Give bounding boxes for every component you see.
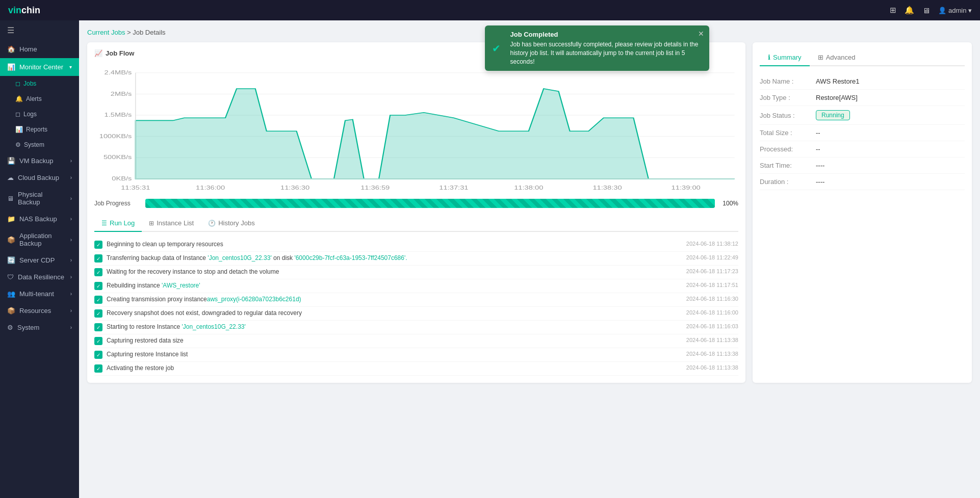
log-link-proxy[interactable]: aws_proxy(i-06280a7023b6c261d) [207, 296, 301, 303]
sidebar-item-vm-backup[interactable]: 💾 VM Backup › [0, 152, 79, 169]
log-time: 2024-06-18 11:16:00 [681, 309, 738, 316]
sidebar-sub-item-system[interactable]: ⚙ System [0, 137, 79, 152]
processed-label: Processed: [760, 145, 816, 153]
sidebar-item-system-main[interactable]: ⚙ System › [0, 319, 79, 336]
log-entry: ✓ Activating the restore job 2024-06-18 … [94, 362, 738, 376]
log-text: Capturing restored data size [107, 337, 677, 344]
sidebar-item-resources[interactable]: 📦 Resources › [0, 302, 79, 319]
sidebar-item-multi-tenant[interactable]: 👥 Multi-tenant › [0, 285, 79, 302]
svg-text:11:36:30: 11:36:30 [280, 185, 310, 191]
system-icon: ⚙ [7, 324, 13, 331]
svg-text:11:36:59: 11:36:59 [360, 185, 390, 191]
advanced-icon: ⊞ [818, 54, 823, 61]
tab-instance-list[interactable]: ⊞ Instance List [142, 215, 201, 232]
log-check-icon: ✓ [94, 296, 102, 304]
sidebar-sub-item-logs[interactable]: ◻ Logs [0, 107, 79, 122]
notification-close-button[interactable]: ✕ [698, 30, 704, 38]
log-time: 2024-06-18 11:13:38 [681, 364, 738, 371]
job-flow-icon: 📈 [94, 49, 102, 57]
log-entry: ✓ Transferring backup data of Instance '… [94, 252, 738, 266]
sidebar-item-application-backup[interactable]: 📦 Application Backup › [0, 227, 79, 252]
right-tab-advanced[interactable]: ⊞ Advanced [810, 49, 864, 66]
log-time: 2024-06-18 11:13:38 [681, 351, 738, 357]
log-entry: ✓ Capturing restore Instance list 2024-0… [94, 348, 738, 362]
log-check-icon: ✓ [94, 323, 102, 331]
log-link-aws-restore[interactable]: 'AWS_restore' [162, 282, 200, 289]
svg-text:11:36:00: 11:36:00 [196, 185, 225, 191]
sidebar-item-cloud-backup[interactable]: ☁ Cloud Backup › [0, 169, 79, 186]
history-jobs-icon: 🕐 [208, 220, 216, 227]
svg-text:500KB/s: 500KB/s [104, 154, 132, 161]
sidebar-sub-item-reports[interactable]: 📊 Reports [0, 122, 79, 137]
jobs-icon: ◻ [15, 80, 20, 87]
instance-list-icon: ⊞ [149, 220, 154, 227]
log-entry: ✓ Starting to restore Instance 'Jon_cent… [94, 321, 738, 334]
sidebar-sub-item-alerts[interactable]: 🔔 Alerts [0, 91, 79, 107]
monitor-icon[interactable]: 🖥 [922, 6, 930, 15]
log-link-disk[interactable]: '6000c29b-7fcf-c63a-1953-7ff24507c686'. [294, 254, 407, 261]
sidebar-item-physical-backup[interactable]: 🖥 Physical Backup › [0, 186, 79, 211]
log-entry: ✓ Creating transmission proxy instanceaw… [94, 293, 738, 307]
grid-icon[interactable]: ⊞ [890, 6, 896, 15]
log-check-icon: ✓ [94, 268, 102, 276]
log-check-icon: ✓ [94, 337, 102, 345]
application-backup-icon: 📦 [7, 236, 15, 244]
log-text: Waiting for the recovery instance to sto… [107, 268, 677, 275]
log-link[interactable]: 'Jon_centos10G_22.33' [208, 254, 271, 261]
reports-icon: 📊 [15, 126, 23, 133]
vm-backup-arrow: › [70, 158, 72, 164]
bell-icon[interactable]: 🔔 [905, 6, 914, 15]
tab-run-log[interactable]: ☰ Run Log [94, 215, 142, 232]
nas-backup-arrow: › [70, 216, 72, 222]
job-status-label: Job Status : [760, 112, 816, 119]
user-menu[interactable]: 👤 admin ▾ [938, 7, 972, 14]
application-backup-arrow: › [70, 237, 72, 243]
topnav: vinchin ⊞ 🔔 🖥 👤 admin ▾ [0, 0, 980, 20]
tab-history-jobs[interactable]: 🕐 History Jobs [201, 215, 262, 232]
sidebar-item-nas-backup[interactable]: 📁 NAS Backup › [0, 211, 79, 227]
cloud-backup-icon: ☁ [7, 174, 14, 181]
log-entry: ✓ Beginning to clean up temporary resour… [94, 238, 738, 252]
sidebar-sub-item-jobs[interactable]: ◻ Jobs [0, 76, 79, 91]
sidebar-item-monitor-center[interactable]: 📊 Monitor Center ▾ [0, 58, 79, 76]
progress-bar-fill [145, 199, 715, 208]
svg-text:1.5MB/s: 1.5MB/s [105, 112, 132, 118]
info-row-job-name: Job Name : AWS Restore1 [760, 73, 965, 90]
vm-backup-icon: 💾 [7, 157, 15, 165]
svg-text:2MB/s: 2MB/s [111, 91, 132, 97]
svg-text:11:38:00: 11:38:00 [514, 185, 543, 191]
start-time-label: Start Time: [760, 162, 816, 169]
svg-text:0KB/s: 0KB/s [112, 175, 132, 181]
log-check-icon: ✓ [94, 351, 102, 359]
notification-check-icon: ✔ [492, 42, 501, 55]
job-flow-chart: 2.4MB/s 2MB/s 1.5MB/s 1000KB/s 500KB/s 0… [94, 62, 738, 195]
log-time: 2024-06-18 11:16:30 [681, 296, 738, 302]
summary-icon: ℹ [768, 54, 770, 61]
notification-body: Job has been successfully completed, ple… [510, 40, 702, 66]
svg-text:2.4MB/s: 2.4MB/s [105, 69, 132, 75]
log-check-icon: ✓ [94, 254, 102, 263]
sidebar-item-data-resilience[interactable]: 🛡 Data Resilience › [0, 269, 79, 285]
right-tab-summary[interactable]: ℹ Summary [760, 49, 810, 66]
breadcrumb-current-jobs[interactable]: Current Jobs [87, 29, 125, 36]
logs-icon: ◻ [15, 111, 20, 118]
hamburger-button[interactable]: ☰ [0, 20, 79, 40]
log-check-icon: ✓ [94, 364, 102, 373]
sidebar-item-home[interactable]: 🏠 Home [0, 40, 79, 58]
log-link-restore-instance[interactable]: 'Jon_centos10G_22.33' [182, 323, 245, 330]
data-resilience-arrow: › [70, 274, 72, 280]
processed-value: -- [816, 145, 820, 153]
sidebar-item-server-cdp[interactable]: 🔄 Server CDP › [0, 252, 79, 269]
svg-text:1000KB/s: 1000KB/s [99, 133, 132, 139]
left-panel: 📈 Job Flow 2.4MB/s 2MB [87, 42, 745, 383]
sidebar: ☰ 🏠 Home 📊 Monitor Center ▾ ◻ Jobs 🔔 Ale… [0, 20, 79, 498]
monitor-center-arrow: ▾ [69, 64, 72, 70]
monitor-center-icon: 📊 [7, 63, 15, 71]
info-row-total-size: Total Size : -- [760, 125, 965, 141]
log-text: Capturing restore Instance list [107, 351, 677, 358]
logo-chin: chin [21, 5, 40, 15]
data-resilience-icon: 🛡 [7, 273, 14, 281]
home-icon: 🏠 [7, 45, 15, 53]
nas-backup-icon: 📁 [7, 215, 15, 223]
run-log-icon: ☰ [101, 220, 107, 227]
